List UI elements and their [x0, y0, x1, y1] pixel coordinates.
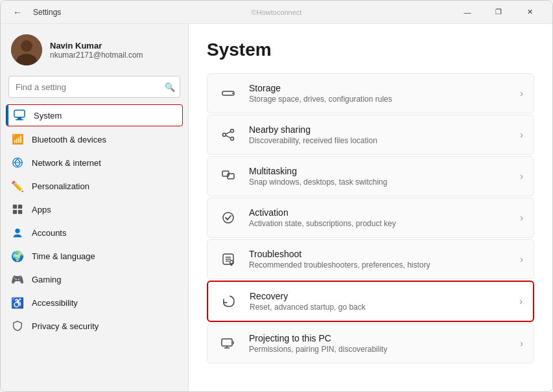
activation-text: Activation Activation state, subscriptio… — [249, 207, 510, 228]
accounts-icon — [11, 226, 24, 239]
storage-icon — [218, 83, 239, 104]
watermark: ©Howtoconnect — [252, 8, 302, 16]
sidebar-item-label-privacy: Privacy & security — [32, 321, 99, 331]
settings-item-projecting[interactable]: Projecting to this PC Permissions, pairi… — [207, 323, 534, 363]
minimize-button[interactable]: — — [453, 2, 482, 23]
privacy-icon — [11, 319, 24, 332]
svg-rect-27 — [222, 339, 232, 346]
multitasking-text: Multitasking Snap windows, desktops, tas… — [249, 166, 510, 187]
recovery-desc: Reset, advanced startup, go back — [250, 303, 509, 312]
sidebar: Navin Kumar nkumar2171@hotmail.com 🔍 — [1, 24, 189, 391]
recovery-name: Recovery — [250, 291, 509, 301]
window-controls: — ❐ ✕ — [453, 2, 545, 23]
sidebar-item-system[interactable]: System — [6, 104, 183, 126]
svg-rect-8 — [13, 205, 17, 209]
search-icon: 🔍 — [165, 82, 175, 92]
title-bar: ← Settings ©Howtoconnect — ❐ ✕ — [1, 1, 552, 24]
settings-item-activation[interactable]: Activation Activation state, subscriptio… — [207, 198, 534, 238]
svg-point-14 — [232, 93, 233, 94]
svg-line-18 — [226, 132, 231, 134]
projecting-name: Projecting to this PC — [249, 333, 510, 343]
network-icon — [11, 156, 24, 169]
page-title: System — [207, 40, 534, 60]
storage-name: Storage — [249, 83, 510, 93]
avatar-svg — [11, 34, 42, 65]
sidebar-item-label-apps: Apps — [32, 205, 51, 214]
sidebar-item-label-network: Network & internet — [32, 158, 101, 168]
sidebar-item-time[interactable]: 🌍 Time & language — [1, 244, 188, 268]
settings-item-troubleshoot[interactable]: Troubleshoot Recommended troubleshooters… — [207, 239, 534, 279]
search-box: 🔍 — [8, 76, 180, 98]
multitasking-icon — [218, 166, 239, 187]
sidebar-item-accessibility[interactable]: ♿ Accessibility — [1, 291, 188, 314]
sidebar-item-apps[interactable]: Apps — [1, 198, 188, 221]
sidebar-item-label-system: System — [34, 111, 62, 121]
projecting-desc: Permissions, pairing PIN, discoverabilit… — [249, 345, 510, 354]
svg-point-12 — [15, 229, 19, 233]
troubleshoot-icon — [218, 249, 239, 270]
svg-line-19 — [226, 135, 231, 138]
svg-point-22 — [223, 213, 233, 223]
recovery-icon — [218, 291, 239, 312]
activation-chevron: › — [520, 213, 523, 223]
storage-desc: Storage space, drives, configuration rul… — [249, 95, 510, 104]
sidebar-item-label-bluetooth: Bluetooth & devices — [32, 135, 106, 144]
nearby-sharing-chevron: › — [520, 130, 523, 140]
sidebar-item-network[interactable]: Network & internet — [1, 151, 188, 174]
svg-rect-5 — [16, 119, 23, 121]
close-button[interactable]: ✕ — [515, 2, 545, 23]
projecting-icon — [218, 333, 239, 354]
sidebar-item-bluetooth[interactable]: 📶 Bluetooth & devices — [1, 128, 188, 151]
svg-rect-10 — [13, 210, 17, 214]
sidebar-item-label-accessibility: Accessibility — [32, 298, 78, 308]
sidebar-item-label-time: Time & language — [32, 251, 95, 261]
personalization-icon: ✏️ — [11, 179, 24, 192]
user-info: Navin Kumar nkumar2171@hotmail.com — [50, 41, 143, 60]
search-input[interactable] — [8, 76, 180, 98]
sidebar-item-gaming[interactable]: 🎮 Gaming — [1, 268, 188, 291]
maximize-button[interactable]: ❐ — [484, 2, 513, 23]
activation-icon — [218, 207, 239, 228]
svg-point-15 — [223, 133, 226, 137]
storage-chevron: › — [520, 88, 523, 98]
main-panel: System Storage Storage space, drives, co… — [189, 24, 552, 391]
accessibility-icon: ♿ — [11, 296, 24, 309]
troubleshoot-text: Troubleshoot Recommended troubleshooters… — [249, 249, 510, 270]
avatar — [11, 34, 42, 65]
user-profile: Navin Kumar nkumar2171@hotmail.com — [1, 24, 188, 73]
sidebar-item-label-gaming: Gaming — [32, 275, 62, 284]
settings-item-multitasking[interactable]: Multitasking Snap windows, desktops, tas… — [207, 156, 534, 196]
settings-item-storage[interactable]: Storage Storage space, drives, configura… — [207, 73, 534, 113]
apps-icon — [11, 203, 24, 216]
system-icon — [13, 109, 26, 122]
back-button[interactable]: ← — [8, 3, 27, 21]
svg-point-16 — [231, 130, 234, 133]
settings-item-nearby-sharing[interactable]: Nearby sharing Discoverability, received… — [207, 115, 534, 155]
svg-rect-11 — [18, 210, 22, 214]
svg-point-17 — [231, 137, 234, 141]
gaming-icon: 🎮 — [11, 273, 24, 286]
svg-rect-9 — [18, 205, 22, 209]
main-content: Navin Kumar nkumar2171@hotmail.com 🔍 — [1, 24, 552, 391]
svg-rect-3 — [14, 110, 25, 117]
nearby-sharing-name: Nearby sharing — [249, 124, 510, 135]
nearby-sharing-icon — [218, 124, 239, 145]
settings-item-recovery[interactable]: Recovery Reset, advanced startup, go bac… — [207, 281, 534, 322]
sidebar-item-personalization[interactable]: ✏️ Personalization — [1, 174, 188, 198]
sidebar-item-privacy[interactable]: Privacy & security — [1, 314, 188, 338]
recovery-chevron: › — [519, 296, 523, 306]
user-email: nkumar2171@hotmail.com — [50, 51, 143, 60]
troubleshoot-chevron: › — [520, 254, 523, 264]
projecting-text: Projecting to this PC Permissions, pairi… — [249, 333, 510, 354]
sidebar-item-label-accounts: Accounts — [32, 228, 66, 238]
settings-list: Storage Storage space, drives, configura… — [207, 73, 534, 363]
nav-items: System 📶 Bluetooth & devices — [1, 103, 188, 391]
sidebar-item-label-personalization: Personalization — [32, 181, 89, 191]
user-name: Navin Kumar — [50, 41, 143, 51]
svg-point-1 — [21, 40, 32, 52]
projecting-chevron: › — [520, 338, 523, 349]
svg-rect-4 — [18, 117, 21, 119]
activation-desc: Activation state, subscriptions, product… — [249, 219, 510, 228]
title-bar-left: ← Settings — [8, 3, 61, 21]
sidebar-item-accounts[interactable]: Accounts — [1, 221, 188, 244]
